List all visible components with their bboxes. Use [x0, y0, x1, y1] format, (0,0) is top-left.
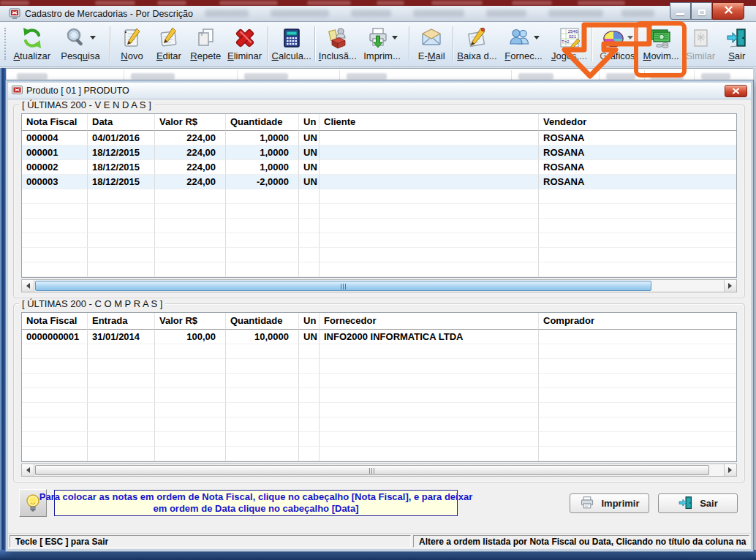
scroll-left-button[interactable] [22, 280, 34, 292]
toolbar-button-eliminar[interactable]: Eliminar [224, 23, 265, 64]
close-button[interactable] [712, 2, 744, 20]
status-left: Tecle [ ESC ] para Sair [10, 535, 411, 548]
toolbar-button-baixa[interactable]: Baixa d... [456, 23, 497, 64]
toolbar-label: E-Mail [418, 50, 445, 62]
empty-row [22, 432, 736, 447]
compras-hscrollbar [21, 463, 737, 477]
compras-header-un[interactable]: Un [299, 313, 320, 330]
toolbar-button-novo[interactable]: Novo [113, 23, 150, 64]
window-frame-bottom [0, 550, 756, 560]
hint-box: Para colocar as notas em ordem de Nota F… [54, 490, 458, 516]
dropdown-arrow-icon[interactable] [627, 36, 633, 42]
compras-header-comprador[interactable]: Comprador [539, 313, 736, 330]
vendas-row[interactable]: 00000218/12/2015 224,001,0000 UN ROSANA [22, 160, 736, 175]
vendas-row[interactable]: 00000404/01/2016 224,001,0000 UN ROSANA [22, 131, 736, 145]
printer-icon [579, 495, 595, 511]
similar-page-icon [689, 26, 712, 50]
vendas-row[interactable]: 00000318/12/2015 224,00-2,0000 UN ROSANA [22, 175, 736, 189]
toolbar-button-atualizar[interactable]: Atualizar [11, 23, 53, 64]
window-title: Cadastro de Mercadorias - Por Descrição [25, 9, 193, 19]
compras-row[interactable]: 000000000131/01/2014 100,0010,0000 UNINF… [22, 330, 736, 344]
toolbar-button-inclusao[interactable]: Inclusã... [318, 23, 358, 64]
toolbar-separator [453, 26, 454, 61]
toolbar-button-jogos[interactable]: 2546 021 T=2 Jogos,... [549, 23, 589, 64]
vendas-header-nota-fiscal[interactable]: Nota Fiscal [22, 114, 88, 131]
produto-close-button[interactable] [725, 85, 747, 97]
scroll-right-button[interactable] [724, 464, 736, 476]
maximize-button[interactable] [691, 2, 712, 20]
vendas-header-quantidade[interactable]: Quantidade [226, 114, 299, 131]
empty-row [22, 359, 736, 374]
toolbar-button-imprimir[interactable]: Imprim... [358, 23, 407, 64]
toolbar-label: Eliminar [227, 50, 262, 62]
compras-header-fornecedor[interactable]: Fornecedor [320, 313, 539, 330]
imprimir-label: Imprimir [601, 498, 639, 509]
toolbar-button-repete[interactable]: Repete [187, 23, 224, 64]
sair-button[interactable]: Sair [658, 493, 738, 513]
compras-header-row: Nota Fiscal Entrada Valor R$ Quantidade … [22, 313, 736, 330]
empty-row [22, 417, 736, 432]
vendas-header-un[interactable]: Un [299, 114, 320, 131]
dropdown-arrow-icon[interactable] [90, 36, 96, 42]
imprimir-button[interactable]: Imprimir [570, 493, 649, 513]
dropdown-arrow-icon[interactable] [392, 36, 398, 42]
toolbar-label: Atualizar [13, 50, 50, 62]
svg-text:021: 021 [569, 34, 577, 38]
vendas-header-valor[interactable]: Valor R$ [155, 114, 226, 131]
compras-header-entrada[interactable]: Entrada [88, 313, 155, 330]
toolbar-button-calcula[interactable]: Calcula... [271, 23, 312, 64]
toolbar-button-email[interactable]: E-Mail [412, 23, 450, 64]
produto-window-title: Produto [ 01 ] PRODUTO [26, 86, 129, 96]
hint-line-2: em ordem de Data clique no cabeçalho [Da… [153, 503, 358, 515]
hint-line-1: Para colocar as notas em ordem de Nota F… [39, 491, 472, 503]
scroll-left-button[interactable] [22, 464, 34, 476]
close-icon [724, 6, 733, 14]
toolbar-button-sair[interactable]: Sair [719, 23, 755, 64]
maximize-icon [698, 10, 706, 15]
left-arrow-icon [23, 283, 30, 289]
toolbar-button-graficos[interactable]: Gráficos [595, 23, 640, 64]
right-arrow-icon [728, 283, 735, 289]
empty-row [22, 403, 736, 417]
empty-row [22, 219, 736, 233]
vendas-table: Nota Fiscal Data Valor R$ Quantidade Un … [21, 113, 737, 278]
toolbar-label: Gráficos [600, 50, 635, 62]
toolbar-button-movimentacao[interactable]: Movim... [640, 23, 682, 64]
vendas-header-cliente[interactable]: Cliente [320, 114, 539, 131]
compras-header-valor[interactable]: Valor R$ [155, 313, 226, 330]
compras-groupbox: [ ÚLTIMAS 200 - C O M P R A S ] Nota Fis… [13, 303, 745, 483]
compras-header-nota-fiscal[interactable]: Nota Fiscal [22, 313, 88, 330]
vendas-header-vendedor[interactable]: Vendedor [539, 114, 736, 131]
toolbar-label: Pesquisa [61, 50, 100, 62]
compras-header-quantidade[interactable]: Quantidade [226, 313, 299, 330]
toolbar-button-similar: Similar [682, 23, 719, 64]
minimize-button[interactable] [670, 2, 691, 20]
thumb-grip-icon [369, 468, 375, 474]
copy-pages-icon [194, 26, 217, 50]
edit-notepad-icon [157, 26, 181, 50]
main-window-titlebar: Cadastro de Mercadorias - Por Descrição [0, 6, 756, 22]
pie-chart-icon [602, 26, 625, 50]
spreadsheet-numbers-icon: 2546 021 T=2 [558, 26, 581, 50]
svg-text:2546: 2546 [567, 29, 578, 33]
toolbar-label: Inclusã... [319, 50, 357, 62]
vendas-header-data[interactable]: Data [88, 114, 155, 131]
bottom-row: Para colocar as notas em ordem de Nota F… [19, 488, 741, 518]
toolbar-label: Movim... [643, 50, 679, 62]
toolbar-button-fornecedor[interactable]: Fornec... [498, 23, 550, 64]
vendas-row[interactable]: 00000118/12/2015 224,001,0000 UN ROSANA [22, 145, 736, 160]
compras-group-label: [ ÚLTIMAS 200 - C O M P R A S ] [19, 298, 165, 309]
exit-door-icon [678, 495, 694, 511]
empty-row [22, 447, 736, 461]
vendas-header-row: Nota Fiscal Data Valor R$ Quantidade Un … [22, 114, 736, 131]
scroll-right-button[interactable] [724, 280, 736, 292]
toolbar-button-editar[interactable]: Editar [151, 23, 187, 64]
empty-row [22, 248, 736, 262]
toolbar-button-pesquisa[interactable]: Pesquisa [53, 23, 108, 64]
compras-table: Nota Fiscal Entrada Valor R$ Quantidade … [21, 312, 737, 462]
vendas-scroll-thumb[interactable] [35, 281, 651, 291]
dropdown-arrow-icon[interactable] [534, 36, 540, 42]
produto-titlebar[interactable]: Produto [ 01 ] PRODUTO [8, 83, 751, 99]
compras-scroll-thumb[interactable] [35, 465, 709, 475]
toolbar-gripper[interactable] [4, 28, 8, 60]
